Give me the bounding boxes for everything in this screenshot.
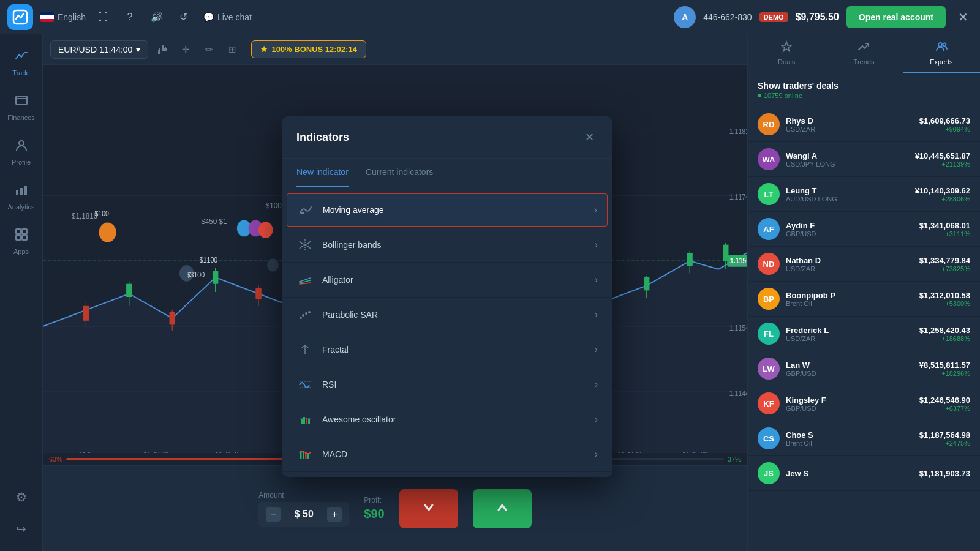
sidebar-item-profile[interactable]: Profile	[0, 130, 42, 174]
pair-selector[interactable]: EUR/USD 11:44:00 ▾	[50, 40, 148, 59]
indicator-item-macd[interactable]: MACD ›	[282, 437, 612, 472]
buy-button[interactable]	[473, 489, 532, 528]
parabolic-sar-label: Parabolic SAR	[322, 310, 586, 320]
modal-tabs: New indicatorCurrent indicators	[282, 159, 612, 187]
traders-title: Show traders' deals	[758, 81, 970, 91]
chart-toolbar: EUR/USD 11:44:00 ▾ ✛ ✏ ⊞ ★ 100% BONUS 12…	[43, 34, 747, 65]
sidebar-item-analytics[interactable]: Analytics	[0, 174, 42, 219]
fullscreen-button[interactable]: ⛶	[93, 7, 113, 27]
right-panel-tabs: Deals Trends	[748, 34, 980, 73]
trader-info: Nathan D USD/ZAR	[786, 256, 913, 272]
profit-value: $90	[364, 507, 384, 521]
trader-row[interactable]: RD Rhys D USD/ZAR $1,609,666.73 +9094%	[748, 107, 980, 142]
trader-info: Kingsley F GBP/USD	[786, 395, 913, 412]
sidebar-item-apps[interactable]: Apps	[0, 219, 42, 264]
svg-text:1.11540: 1.11540	[729, 324, 747, 332]
trader-amount: $1,187,564.98	[919, 430, 970, 440]
trader-row[interactable]: KF Kingsley F GBP/USD $1,246,546.90 +637…	[748, 386, 980, 421]
tab-trends[interactable]: Trends	[825, 34, 902, 73]
help-button[interactable]: ?	[120, 7, 140, 27]
tab-deals[interactable]: Deals	[748, 34, 825, 73]
svg-rect-108	[308, 419, 310, 424]
fractal-arrow-icon: ›	[595, 344, 598, 355]
trader-avatar: FL	[758, 323, 780, 345]
svg-text:$1,1810: $1,1810	[72, 211, 97, 220]
trader-pair: USD/JPY LONG	[786, 160, 909, 168]
moving-average-label: Moving average	[323, 205, 586, 215]
indicator-item-rsi[interactable]: RSI ›	[282, 367, 612, 402]
trader-row[interactable]: BP Boonpipob P Brent Oil $1,312,010.58 +…	[748, 282, 980, 317]
modal-header: Indicators ✕	[282, 116, 612, 159]
bonus-star-icon: ★	[260, 45, 268, 54]
trader-pct: +2475%	[919, 440, 970, 447]
indicator-item-awesome-oscillator[interactable]: Awesome oscillator ›	[282, 402, 612, 437]
trader-row[interactable]: WA Wangi A USD/JPY LONG ¥10,445,651.87 +…	[748, 142, 980, 177]
bonus-badge[interactable]: ★ 100% BONUS 12:02:14	[251, 40, 366, 58]
sidebar-item-finances[interactable]: Finances	[0, 85, 42, 130]
indicators-modal[interactable]: Indicators ✕ New indicatorCurrent indica…	[282, 116, 612, 477]
svg-rect-113	[307, 454, 309, 459]
trader-name: Leung T	[786, 186, 909, 195]
cursor-button[interactable]: ✛	[176, 40, 195, 59]
modal-close-button[interactable]: ✕	[581, 129, 598, 146]
svg-rect-28	[170, 312, 175, 324]
modal-tab-new[interactable]: New indicator	[296, 159, 349, 187]
trader-row[interactable]: JS Jew S $1,181,903.73	[748, 456, 980, 491]
alligator-arrow-icon: ›	[595, 274, 598, 285]
livechat-label: Live chat	[217, 12, 252, 22]
trader-row[interactable]: LW Lan W GBP/USD ¥8,515,811.57 +18296%	[748, 351, 980, 386]
indicator-item-fractal[interactable]: Fractal ›	[282, 332, 612, 367]
language-selector[interactable]: English	[40, 12, 86, 22]
livechat-button[interactable]: 💬 Live chat	[203, 12, 252, 22]
amount-control: − $ 50 +	[258, 502, 349, 527]
sidebar-item-logout[interactable]: ↪	[16, 513, 27, 545]
sidebar-item-settings[interactable]: ⚙	[16, 481, 27, 513]
indicator-item-parabolic-sar[interactable]: Parabolic SAR ›	[282, 298, 612, 332]
sync-button[interactable]: ↺	[174, 7, 194, 27]
trader-row[interactable]: LT Leung T AUD/USD LONG ¥10,140,309.62 +…	[748, 177, 980, 212]
logout-icon: ↪	[16, 522, 26, 536]
indicator-item-bollinger-bands[interactable]: Bollinger bands ›	[282, 228, 612, 263]
svg-rect-11	[158, 50, 160, 54]
trader-pct: +5300%	[919, 300, 970, 307]
trader-row[interactable]: ND Nathan D USD/ZAR $1,334,779.84 +73825…	[748, 247, 980, 282]
amount-plus-button[interactable]: +	[327, 507, 342, 522]
account-id: 446-662-830	[703, 12, 752, 22]
trader-row[interactable]: FL Frederick L USD/ZAR $1,258,420.43 +18…	[748, 317, 980, 351]
trader-amount: $1,181,903.73	[919, 469, 970, 478]
header: English ⛶ ? 🔊 ↺ 💬 Live chat A 446-662-83…	[0, 0, 980, 34]
svg-rect-5	[20, 188, 23, 195]
trader-amount: $1,334,779.84	[919, 256, 970, 265]
sell-button[interactable]	[399, 489, 458, 528]
progress-sell-pct: 63%	[49, 455, 62, 463]
trader-pct: +18296%	[919, 370, 970, 377]
sidebar-item-trade[interactable]: Trade	[0, 40, 42, 85]
indicator-button[interactable]: ⊞	[223, 40, 241, 59]
tab-experts[interactable]: Experts	[903, 34, 980, 73]
macd-label: MACD	[322, 449, 586, 459]
svg-text:1.11810: 1.11810	[729, 128, 747, 136]
chart-type-button[interactable]	[153, 40, 172, 59]
close-button[interactable]: ✕	[953, 7, 973, 27]
trader-pct: +6377%	[919, 405, 970, 412]
svg-rect-7	[16, 229, 21, 234]
svg-rect-110	[300, 452, 302, 459]
svg-point-100	[305, 312, 307, 315]
indicator-item-alligator[interactable]: Alligator ›	[282, 263, 612, 298]
sound-button[interactable]: 🔊	[147, 7, 167, 27]
modal-tab-current[interactable]: Current indicators	[366, 159, 434, 187]
open-real-account-button[interactable]: Open real account	[846, 6, 946, 28]
trader-name: Aydin F	[786, 221, 913, 230]
svg-point-101	[308, 311, 311, 313]
trader-pct: +3111%	[919, 230, 970, 238]
draw-button[interactable]: ✏	[200, 40, 218, 59]
trader-profit: $1,187,564.98 +2475%	[919, 430, 970, 447]
indicator-item-moving-average[interactable]: Moving average ›	[287, 193, 608, 227]
amount-minus-button[interactable]: −	[266, 507, 281, 522]
parabolic-sar-arrow-icon: ›	[595, 309, 598, 320]
trader-row[interactable]: AF Aydin F GBP/USD $1,341,068.01 +3111%	[748, 212, 980, 247]
trader-row[interactable]: CS Choe S Brent Oil $1,187,564.98 +2475%	[748, 421, 980, 456]
trader-name: Choe S	[786, 430, 913, 440]
svg-rect-13	[162, 47, 164, 51]
moving-average-icon	[297, 201, 314, 219]
